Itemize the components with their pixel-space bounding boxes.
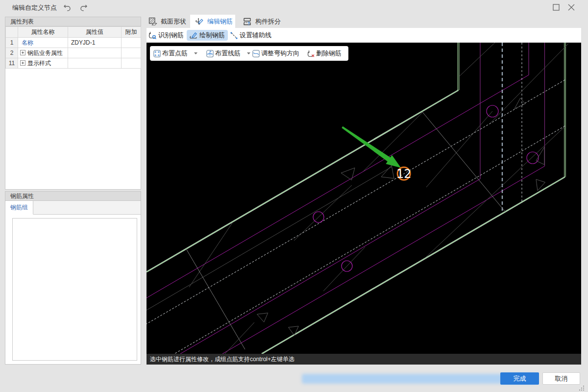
col-name: 属性名称 (18, 27, 68, 38)
place-point-rebar-button[interactable]: 布置点筋 (153, 46, 198, 61)
button-label: 布置线筋 (215, 49, 241, 58)
delete-rebar-button[interactable]: 删除钢筋 (307, 46, 342, 61)
component-split-icon (243, 17, 252, 26)
status-bar: 选中钢筋进行属性修改，成组点筋支持control+左键单选 (147, 354, 581, 365)
property-row[interactable]: 2钢筋业务属性 (6, 48, 141, 58)
edit-toolbar: 识别钢筋 绘制钢筋 设置辅助线 (147, 28, 581, 43)
cad-line-magenta (147, 75, 529, 298)
close-icon[interactable] (567, 3, 576, 12)
expand-plus-icon[interactable] (20, 50, 25, 55)
property-table-header-row: 属性名称 属性值 附加 (6, 27, 141, 38)
hook-triangle-marker (341, 168, 355, 180)
cad-line-dashw (174, 126, 565, 354)
floating-toolbar: 布置点筋 布置线筋 调整弯钩方向 删除钢筋 (150, 46, 348, 61)
col-value: 属性值 (68, 27, 122, 38)
rebar-tabbar: 钢筋组 (5, 201, 141, 215)
col-extra: 附加 (122, 27, 141, 38)
cad-line-magenta (180, 179, 480, 354)
row-number: 1 (6, 38, 18, 48)
cad-line-gray (323, 247, 365, 291)
button-label: 设置辅助线 (240, 31, 271, 40)
property-extra-cell[interactable] (122, 38, 141, 48)
finish-button[interactable]: 完成 (500, 372, 539, 385)
cad-line-gray (426, 126, 565, 257)
section-shape-icon (148, 17, 157, 26)
titlebar: 编辑自定义节点 (0, 0, 588, 15)
cad-line-lgray (423, 112, 506, 212)
property-value-cell[interactable]: ZDYJD-1 (68, 38, 122, 48)
property-table: 属性名称 属性值 附加 1名称ZDYJD-12钢筋业务属性11显示样式 (5, 26, 141, 69)
property-name-cell[interactable]: 名称 (18, 38, 68, 48)
identify-rebar-icon (148, 31, 157, 40)
cad-line-gray (426, 111, 492, 187)
redo-icon[interactable] (79, 3, 88, 12)
row-number: 2 (6, 48, 18, 58)
delete-rebar-icon (307, 50, 315, 57)
cad-line-gray (225, 322, 254, 354)
rebar-group-list[interactable] (12, 218, 137, 361)
cad-line-gray (459, 43, 495, 76)
cad-line-gray (147, 167, 392, 310)
property-value-cell[interactable] (68, 48, 122, 58)
line-rebar-icon (206, 50, 214, 57)
button-label: 识别钢筋 (158, 31, 184, 40)
place-line-rebar-button[interactable]: 布置线筋 (206, 46, 251, 61)
property-row[interactable]: 11显示样式 (6, 58, 141, 69)
aux-line-icon (230, 31, 238, 40)
main-tabbar: 截面形状 编辑钢筋 构件拆分 (144, 15, 581, 28)
tab-edit-rebar[interactable]: 编辑钢筋 (190, 15, 235, 28)
corner-cell (6, 27, 18, 38)
dropdown-caret-icon[interactable] (194, 52, 198, 55)
resize-grip[interactable] (578, 385, 585, 392)
identify-rebar-button[interactable]: 识别钢筋 (147, 30, 186, 41)
tab-component-split[interactable]: 构件拆分 (238, 15, 282, 28)
button-label: 绘制钢筋 (199, 31, 225, 40)
adjust-hook-direction-button[interactable]: 调整弯钩方向 (252, 46, 299, 61)
tab-rebar-group[interactable]: 钢筋组 (5, 201, 33, 215)
maximize-icon[interactable] (552, 3, 561, 12)
row-number: 11 (6, 58, 18, 69)
cad-line-greenpair (147, 90, 459, 272)
expand-plus-icon[interactable] (20, 60, 25, 66)
cancel-button[interactable]: 取消 (542, 372, 580, 385)
rebar-property-panel: 钢筋属性 钢筋组 (5, 191, 141, 365)
window-title: 编辑自定义节点 (12, 3, 57, 12)
draw-rebar-button[interactable]: 绘制钢筋 (187, 30, 228, 41)
property-extra-cell[interactable] (122, 58, 141, 69)
marker-label: 12 (396, 167, 412, 181)
point-rebar-icon (153, 50, 161, 57)
selection-arrow (342, 126, 401, 168)
rebar-circle (527, 152, 539, 164)
hook-direction-icon (252, 50, 260, 57)
set-aux-line-button[interactable]: 设置辅助线 (228, 30, 273, 41)
tab-label: 截面形状 (161, 17, 186, 26)
button-label: 调整弯钩方向 (261, 49, 299, 58)
hook-triangle-marker (514, 98, 525, 109)
property-name-cell[interactable]: 钢筋业务属性 (18, 48, 68, 58)
drawing-canvas[interactable]: 12 (147, 43, 581, 354)
property-list-header: 属性列表 (5, 17, 141, 26)
property-row[interactable]: 1名称ZDYJD-1 (6, 38, 141, 48)
hook-triangle-marker (289, 326, 299, 336)
tab-section-shape[interactable]: 截面形状 (144, 15, 190, 28)
cad-line-gray (294, 185, 352, 241)
property-value-cell[interactable] (68, 58, 122, 69)
tab-label: 编辑钢筋 (207, 17, 233, 26)
property-name-cell[interactable]: 显示样式 (18, 58, 68, 69)
dropdown-caret-icon[interactable] (246, 52, 251, 55)
edit-rebar-icon (195, 17, 204, 26)
tab-label: 构件拆分 (255, 17, 281, 26)
cad-drawing: 12 (147, 43, 581, 354)
cad-line-greenpair (262, 177, 565, 354)
cad-line-lgray (186, 249, 245, 349)
rebar-property-header: 钢筋属性 (5, 192, 141, 201)
cad-line-magenta (222, 166, 545, 354)
property-extra-cell[interactable] (122, 48, 141, 58)
hook-triangle-marker (257, 313, 268, 322)
draw-rebar-icon (190, 31, 198, 40)
property-list-panel: 属性列表 属性名称 属性值 附加 1名称ZDYJD-12钢筋业务属性11显示样式 (5, 17, 141, 190)
button-label: 布置点筋 (162, 49, 188, 58)
button-label: 删除钢筋 (316, 49, 342, 58)
undo-icon[interactable] (63, 3, 72, 12)
